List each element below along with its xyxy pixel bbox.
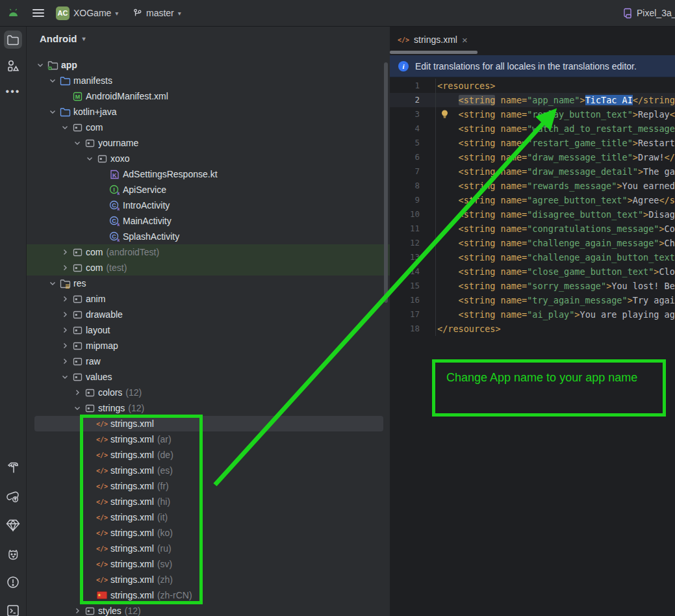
code-token <box>495 95 500 105</box>
code-token: > <box>659 238 664 248</box>
stripe-button-profiler-icon[interactable] <box>4 487 22 506</box>
tree-item-anim[interactable]: anim <box>27 291 390 307</box>
tree-item-com-androidTest-[interactable]: com(androidTest) <box>27 244 390 260</box>
tree-item-values[interactable]: values <box>27 369 390 385</box>
chevron-down-icon[interactable] <box>47 110 58 114</box>
code-line-17[interactable]: 17 <string name="ai_play">You are playin… <box>390 307 675 322</box>
code-token: <string <box>459 166 496 177</box>
chevron-down-icon[interactable] <box>84 157 96 161</box>
chevron-down-icon[interactable] <box>47 79 58 83</box>
code-line-16[interactable]: 16 <string name="try_again_message">Try … <box>390 293 675 307</box>
stripe-button-app-quality-insights-icon[interactable] <box>4 516 22 534</box>
code-line-4[interactable]: 4 <string name="watch_ad_to_restart_mess… <box>390 122 675 136</box>
chevron-right-icon[interactable] <box>71 389 83 396</box>
vcs-branch-widget[interactable]: master ▾ <box>133 0 181 26</box>
tree-item-label: drawable <box>86 309 123 320</box>
tree-item-com-test-[interactable]: com(test) <box>27 260 390 276</box>
tree-item-strings-xml-sv-[interactable]: </>strings.xml(sv) <box>27 556 390 572</box>
chevron-down-icon[interactable] <box>59 125 71 130</box>
tree-item-introactivity[interactable]: CkIntroActivity <box>27 198 390 213</box>
tree-item-strings-xml-it-[interactable]: </>strings.xml(it) <box>27 509 390 525</box>
code-token: "app_name" <box>527 95 579 105</box>
code-line-1[interactable]: 1<resources> <box>390 79 675 93</box>
tree-item-kotlin-java[interactable]: kotlin+java <box>27 104 390 120</box>
tree-item-strings-xml-zh-[interactable]: </>strings.xml(zh) <box>27 572 390 587</box>
tree-item-yourname[interactable]: yourname <box>27 135 390 151</box>
stripe-button-more-tool-windows-icon[interactable]: ••• <box>4 83 22 101</box>
stripe-button-resource-manager-icon[interactable] <box>4 57 22 75</box>
tree-item-res[interactable]: res <box>27 276 390 291</box>
project-view-selector[interactable]: Android ▾ <box>40 33 86 44</box>
tree-item-strings-xml-de-[interactable]: </>strings.xml(de) <box>27 447 390 463</box>
tree-item-strings-xml-fr-[interactable]: </>strings.xml(fr) <box>27 478 390 494</box>
line-number: 2 <box>390 93 420 107</box>
code-editor[interactable]: 1<resources>2 <string name="app_name">Ti… <box>390 79 675 336</box>
tree-item-styles-12-[interactable]: styles(12) <box>27 603 390 616</box>
stripe-button-build-hammer-icon[interactable] <box>4 459 22 477</box>
code-token: "try_again_message" <box>527 295 627 305</box>
tree-item-layout[interactable]: layout <box>27 322 390 338</box>
chevron-right-icon[interactable] <box>59 327 71 333</box>
code-line-9[interactable]: 9 <string name="agree_button_text">Agree… <box>390 193 675 207</box>
tree-item-com[interactable]: com <box>27 120 390 135</box>
stripe-button-logcat-icon[interactable] <box>4 545 22 563</box>
chevron-right-icon[interactable] <box>59 342 71 349</box>
tree-item-adsettingsresponse-kt[interactable]: KAdSettingsResponse.kt <box>27 166 390 182</box>
code-line-3[interactable]: 3 <string name="replay_button_text">Repl… <box>390 107 675 122</box>
tree-item-strings-xml-ko-[interactable]: </>strings.xml(ko) <box>27 525 390 541</box>
code-line-5[interactable]: 5 <string name="restart_game_title">Rest… <box>390 136 675 150</box>
chevron-right-icon[interactable] <box>59 264 71 271</box>
code-line-13[interactable]: 13 <string name="challenge_again_button_… <box>390 250 675 264</box>
chevron-right-icon[interactable] <box>59 249 71 255</box>
close-tab-icon[interactable]: × <box>462 35 468 45</box>
device-selector[interactable]: Pixel_3a_ <box>622 0 675 26</box>
stripe-button-project-folder-icon[interactable] <box>4 31 22 49</box>
tree-item-strings-xml-ar-[interactable]: </>strings.xml(ar) <box>27 431 390 447</box>
code-line-18[interactable]: 18</resources> <box>390 322 675 336</box>
code-line-15[interactable]: 15 <string name="sorry_message">You lost… <box>390 279 675 293</box>
code-line-2[interactable]: 2 <string name="app_name">TicTac AI</str… <box>390 93 675 107</box>
code-token <box>495 309 500 320</box>
tree-item-strings-xml-ru-[interactable]: </>strings.xml(ru) <box>27 541 390 556</box>
tree-item-manifests[interactable]: manifests <box>27 73 390 88</box>
chevron-right-icon[interactable] <box>59 358 71 365</box>
code-line-10[interactable]: 10 <string name="disagree_button_text">D… <box>390 207 675 222</box>
stripe-button-problems-icon[interactable] <box>4 573 22 591</box>
tree-item-mipmap[interactable]: mipmap <box>27 338 390 353</box>
tree-item-strings-xml[interactable]: </>strings.xml <box>27 416 390 431</box>
tree-item-raw[interactable]: raw <box>27 353 390 369</box>
intention-bulb-icon[interactable] <box>440 109 449 119</box>
chevron-right-icon[interactable] <box>59 296 71 302</box>
tree-item-strings-12-[interactable]: strings(12) <box>27 400 390 416</box>
tree-item-splashactivity[interactable]: CkSplashActivity <box>27 229 390 244</box>
tree-item-drawable[interactable]: drawable <box>27 307 390 322</box>
code-line-7[interactable]: 7 <string name="draw_message_detail">The… <box>390 164 675 179</box>
chevron-down-icon[interactable] <box>71 141 83 146</box>
project-tree-scrollbar[interactable] <box>384 62 388 303</box>
translations-notification-banner[interactable]: i Edit translations for all locales in t… <box>390 55 675 77</box>
chevron-down-icon[interactable] <box>47 281 58 286</box>
tree-item-app[interactable]: app <box>27 57 390 73</box>
code-line-14[interactable]: 14 <string name="close_game_button_text"… <box>390 264 675 279</box>
chevron-down-icon[interactable] <box>34 63 46 68</box>
tab-strings-xml[interactable]: </> strings.xml × <box>390 29 476 50</box>
chevron-down-icon[interactable] <box>71 406 83 411</box>
tree-item-androidmanifest-xml[interactable]: MAndroidManifest.xml <box>27 88 390 104</box>
code-line-11[interactable]: 11 <string name="congratulations_message… <box>390 222 675 236</box>
code-line-6[interactable]: 6 <string name="draw_message_title">Draw… <box>390 150 675 164</box>
tree-item-strings-xml-es-[interactable]: </>strings.xml(es) <box>27 463 390 478</box>
tree-item-strings-xml-zh-rCN-[interactable]: ★strings.xml(zh-rCN) <box>27 587 390 603</box>
project-widget[interactable]: AC XOGame ▾ <box>56 0 118 26</box>
code-line-12[interactable]: 12 <string name="challenge_again_message… <box>390 236 675 250</box>
stripe-button-terminal-icon[interactable] <box>4 602 22 616</box>
chevron-right-icon[interactable] <box>59 311 71 318</box>
chevron-down-icon[interactable] <box>59 375 71 379</box>
code-line-8[interactable]: 8 <string name="rewards_message">You ear… <box>390 179 675 193</box>
tree-item-strings-xml-hi-[interactable]: </>strings.xml(hi) <box>27 494 390 509</box>
tree-item-apiservice[interactable]: IkApiService <box>27 182 390 198</box>
tab-bar-scrollbar[interactable] <box>390 51 478 54</box>
tree-item-xoxo[interactable]: xoxo <box>27 151 390 166</box>
tree-item-colors-12-[interactable]: colors(12) <box>27 385 390 400</box>
chevron-right-icon[interactable] <box>71 608 83 614</box>
tree-item-mainactivity[interactable]: CkMainActivity <box>27 213 390 229</box>
